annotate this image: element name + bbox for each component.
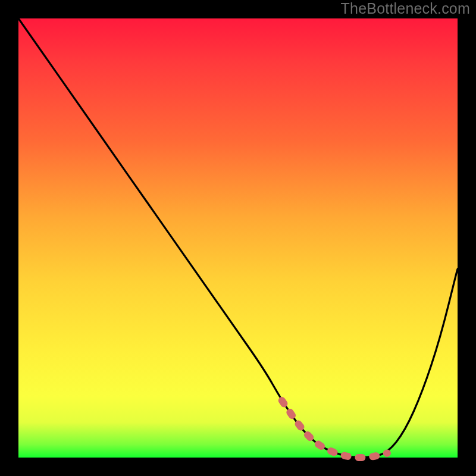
optimal-range-highlight — [282, 400, 387, 458]
watermark-text: TheBottleneck.com — [341, 0, 470, 17]
curve-layer — [18, 18, 458, 458]
chart-frame: TheBottleneck.com — [0, 0, 476, 476]
bottleneck-curve — [18, 18, 458, 458]
